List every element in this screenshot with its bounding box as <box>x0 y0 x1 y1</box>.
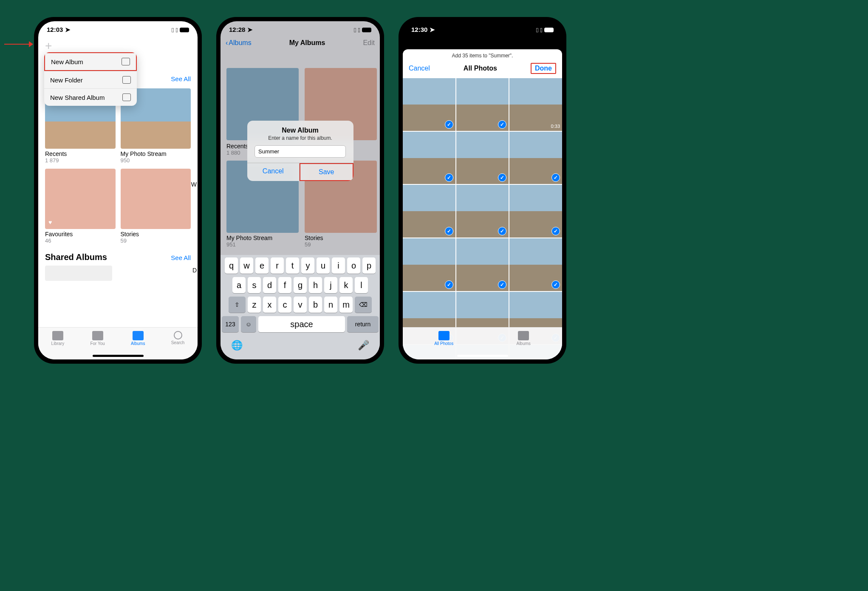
tab-library[interactable]: Library <box>51 331 65 346</box>
sheet-title: All Photos <box>464 65 497 72</box>
backspace-key[interactable]: ⌫ <box>355 297 372 313</box>
see-all-link[interactable]: See All <box>171 75 191 82</box>
tab-search[interactable]: Search <box>171 331 185 345</box>
add-menu-popover: New Album New Folder New Shared Album <box>44 52 137 106</box>
key-l[interactable]: l <box>355 277 368 293</box>
photo-picker-sheet: Add 35 items to "Summer". Cancel All Pho… <box>403 49 562 359</box>
photo-cell[interactable]: ✓ <box>456 78 509 131</box>
key-v[interactable]: v <box>294 297 307 313</box>
photo-cell[interactable]: ✓ <box>456 238 509 291</box>
key-t[interactable]: t <box>286 257 299 274</box>
menu-label: New Shared Album <box>50 94 105 101</box>
tab-albums[interactable]: Albums <box>516 331 530 346</box>
alert-subtitle: Enter a name for this album. <box>247 135 353 141</box>
cancel-button[interactable]: Cancel <box>247 163 300 181</box>
tab-albums[interactable]: Albums <box>131 331 145 346</box>
keyboard[interactable]: qwertyuiop asdfghjkl ⇧ zxcvbnm ⌫ 123 ☺ s… <box>221 255 380 359</box>
done-button[interactable]: Done <box>531 63 556 74</box>
partial-album-1: W <box>191 181 197 188</box>
menu-new-album[interactable]: New Album <box>44 52 137 71</box>
photo-cell[interactable]: ✓ <box>509 185 562 238</box>
menu-new-folder[interactable]: New Folder <box>44 71 137 88</box>
tab-label: Albums <box>516 341 530 346</box>
status-bar: 12:30 ➤ 􀙇􀙇 <box>403 21 562 38</box>
album-stories[interactable]: Stories 59 <box>121 169 191 244</box>
selected-checkmark-icon: ✓ <box>498 120 506 129</box>
add-button[interactable]: + <box>45 39 52 52</box>
key-p[interactable]: p <box>362 257 376 274</box>
key-u[interactable]: u <box>317 257 330 274</box>
phone-screen-1: 12:03 ➤ 􀙇 􀙇 + New Album New Folder New S… <box>34 17 202 364</box>
album-favourites[interactable]: ♥ Favourites 46 <box>45 169 116 244</box>
photo-cell[interactable]: ✓ <box>403 185 455 238</box>
photo-cell[interactable]: ✓ <box>403 238 455 291</box>
tab-label: For You <box>90 341 105 346</box>
key-q[interactable]: q <box>225 257 238 274</box>
key-b[interactable]: b <box>309 297 322 313</box>
tab-for-you[interactable]: For You <box>90 331 105 346</box>
photo-cell[interactable]: ✓ <box>456 185 509 238</box>
album-name: Favourites <box>45 229 116 238</box>
key-g[interactable]: g <box>294 277 307 293</box>
tab-all-photos[interactable]: All Photos <box>434 331 453 346</box>
key-m[interactable]: m <box>339 297 353 313</box>
photo-cell[interactable]: ✓ <box>509 238 562 291</box>
cancel-button[interactable]: Cancel <box>409 65 430 72</box>
key-c[interactable]: c <box>278 297 291 313</box>
key-y[interactable]: y <box>301 257 314 274</box>
key-n[interactable]: n <box>324 297 337 313</box>
album-thumbnail: ♥ <box>45 169 116 229</box>
globe-key[interactable]: 🌐 <box>231 340 243 351</box>
tab-label: Albums <box>131 341 145 346</box>
status-icons: 􀙇􀙇 <box>536 26 554 34</box>
tab-label: Library <box>51 341 65 346</box>
space-key[interactable]: space <box>258 316 345 332</box>
photo-cell[interactable]: ✓ <box>509 132 562 184</box>
see-all-link[interactable]: See All <box>171 254 191 261</box>
key-f[interactable]: f <box>278 277 291 293</box>
heart-icon: ♥ <box>48 219 52 226</box>
save-button[interactable]: Save <box>300 163 353 181</box>
key-w[interactable]: w <box>240 257 253 274</box>
key-j[interactable]: j <box>324 277 337 293</box>
key-z[interactable]: z <box>248 297 261 313</box>
photo-cell[interactable]: ✓ <box>456 132 509 184</box>
photo-cell[interactable]: 0:33 <box>509 78 562 131</box>
return-key[interactable]: return <box>347 316 379 332</box>
key-i[interactable]: i <box>332 257 345 274</box>
tab-label: Search <box>171 340 185 345</box>
album-name-input[interactable] <box>254 145 346 158</box>
key-o[interactable]: o <box>347 257 360 274</box>
menu-new-shared-album[interactable]: New Shared Album <box>44 88 137 106</box>
battery-icon <box>180 28 189 32</box>
shift-key[interactable]: ⇧ <box>229 297 246 313</box>
selected-checkmark-icon: ✓ <box>445 173 453 182</box>
status-bar: 12:03 ➤ 􀙇 􀙇 <box>38 21 198 38</box>
album-count: 46 <box>45 238 116 244</box>
key-e[interactable]: e <box>255 257 269 274</box>
key-a[interactable]: a <box>232 277 246 293</box>
wifi-icon: 􀙇 <box>176 26 178 34</box>
sheet-hint: Add 35 items to "Summer". <box>403 49 562 60</box>
emoji-key[interactable]: ☺ <box>241 316 256 332</box>
photo-cell[interactable]: ✓ <box>403 78 455 131</box>
mic-key[interactable]: 🎤 <box>358 340 369 351</box>
video-duration: 0:33 <box>551 124 560 129</box>
phone-screen-2: 12:28 ➤ 􀙇􀙇 ‹ Albums My Albums Edit Recen… <box>216 17 384 364</box>
shared-album-placeholder[interactable] <box>45 266 112 281</box>
key-r[interactable]: r <box>271 257 284 274</box>
photo-cell[interactable]: ✓ <box>403 132 455 184</box>
key-s[interactable]: s <box>248 277 261 293</box>
key-k[interactable]: k <box>339 277 353 293</box>
key-d[interactable]: d <box>263 277 276 293</box>
numbers-key[interactable]: 123 <box>222 316 239 332</box>
status-icons: 􀙇 􀙇 <box>172 26 189 34</box>
key-x[interactable]: x <box>263 297 276 313</box>
album-thumbnail <box>121 169 191 229</box>
home-indicator[interactable] <box>457 355 508 357</box>
key-h[interactable]: h <box>309 277 322 293</box>
status-time: 12:03 <box>47 26 63 33</box>
home-indicator[interactable] <box>93 355 144 357</box>
selected-checkmark-icon: ✓ <box>551 173 560 182</box>
album-count: 950 <box>121 157 191 164</box>
